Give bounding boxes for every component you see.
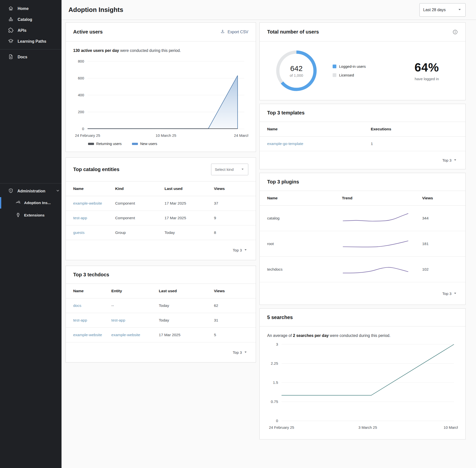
column-header: Name <box>66 284 111 298</box>
top-plugins-header: Top 3 plugins <box>260 173 465 191</box>
column-header: Last used <box>159 284 214 298</box>
percent-block: 64% have logged in <box>414 61 439 81</box>
export-csv-label: Export CSV <box>227 30 248 34</box>
sidebar-item-catalog[interactable]: Catalog <box>0 14 62 25</box>
svg-text:0: 0 <box>82 127 84 131</box>
analytics-icon <box>16 200 21 206</box>
cell-last-used: Today <box>164 225 214 240</box>
rows-count-select[interactable]: Top 3 <box>66 342 256 362</box>
table-row: techdocs 102 <box>260 257 465 282</box>
techdoc-link[interactable]: test-app <box>73 318 87 322</box>
sidebar-item-extensions[interactable]: Extensions <box>0 209 62 221</box>
sidebar-item-adoption-insights[interactable]: Adoption Ins... <box>0 197 62 209</box>
cell-kind: Component <box>115 196 164 211</box>
searches-body: An average of 2 searches per day were co… <box>260 326 465 439</box>
column-header: Last used <box>164 181 214 196</box>
svg-text:24 February 25: 24 February 25 <box>269 425 294 430</box>
document-icon <box>8 54 13 60</box>
searches-header: 5 searches <box>260 309 465 326</box>
caret-down-icon <box>244 350 247 355</box>
donut-center-label: 642 of 1,000 <box>276 50 317 91</box>
sidebar-item-learning-paths[interactable]: Learning Paths <box>0 36 62 47</box>
column-header: Views <box>214 181 256 196</box>
active-users-header: Active users Export CSV <box>66 23 256 41</box>
shield-icon <box>8 188 13 194</box>
active-users-card: Active users Export CSV 130 active users… <box>65 22 256 152</box>
rows-count-select[interactable]: Top 3 <box>66 240 256 260</box>
sidebar-item-label: Docs <box>18 55 27 59</box>
rows-count-label: Top 3 <box>442 158 451 162</box>
legend-swatch <box>132 143 138 145</box>
app-root: Home Catalog APIs Learning Paths Docs <box>0 0 476 468</box>
table-row: example-website Component 17 Mar 2025 37 <box>66 196 256 211</box>
sidebar-item-docs[interactable]: Docs <box>0 52 62 63</box>
chevron-down-icon <box>56 189 60 194</box>
kind-select-placeholder: Select kind <box>215 167 234 172</box>
caret-down-icon <box>457 7 462 13</box>
rows-count-select[interactable]: Top 3 <box>260 282 465 305</box>
sidebar-item-label: Learning Paths <box>18 39 46 44</box>
entity-link[interactable]: guests <box>73 230 85 235</box>
card-title: Top 3 techdocs <box>73 272 109 278</box>
legend-label: New users <box>140 142 157 146</box>
top-plugins-card: Top 3 plugins Name Trend Views catalog <box>259 173 466 305</box>
column-header: Trend <box>342 191 422 206</box>
svg-text:24 March 25: 24 March 25 <box>234 133 248 138</box>
rows-count-label: Top 3 <box>233 248 242 252</box>
total-users-header: Total number of users <box>260 23 465 41</box>
rows-count-select[interactable]: Top 3 <box>260 151 465 169</box>
entity-link[interactable]: example-website <box>111 333 140 337</box>
cell-views: 37 <box>214 196 256 211</box>
template-link[interactable]: example-go-template <box>267 142 303 146</box>
cell-views: 5 <box>214 328 256 342</box>
sidebar-item-administration[interactable]: Administration <box>0 186 62 197</box>
entity-link[interactable]: example-website <box>73 201 102 205</box>
sidebar-item-label: Adoption Ins... <box>24 201 51 205</box>
top-catalog-card: Top catalog entities Select kind Name Ki… <box>65 157 256 260</box>
cell-views: 8 <box>214 225 256 240</box>
export-csv-button[interactable]: Export CSV <box>220 29 248 35</box>
sidebar: Home Catalog APIs Learning Paths Docs <box>0 0 62 468</box>
svg-text:24 February 25: 24 February 25 <box>75 133 100 138</box>
sidebar-item-label: Home <box>18 6 29 11</box>
svg-text:10 March 25: 10 March 25 <box>444 425 458 430</box>
techdoc-link[interactable]: docs <box>73 303 81 308</box>
entity-link[interactable]: test-app <box>73 216 87 220</box>
left-column: Active users Export CSV 130 active users… <box>65 22 256 362</box>
svg-text:200: 200 <box>78 110 84 114</box>
active-users-body: 130 active users per day were conducted … <box>66 41 256 152</box>
trend-sparkline <box>342 262 409 277</box>
top-templates-table: Name Executions example-go-template 1 <box>260 122 465 151</box>
date-range-select[interactable]: Last 28 days <box>419 3 466 17</box>
plug-icon <box>16 212 21 218</box>
sidebar-item-home[interactable]: Home <box>0 3 62 14</box>
sidebar-item-apis[interactable]: APIs <box>0 25 62 36</box>
cell-plugin-name: root <box>260 231 342 257</box>
kind-select[interactable]: Select kind <box>211 164 248 175</box>
cell-kind: Group <box>115 225 164 240</box>
page-header: Adoption Insights Last 28 days <box>62 0 476 20</box>
table-row: guests Group Today 8 <box>66 225 256 240</box>
cell-last-used: 17 Mar 2025 <box>164 211 214 225</box>
svg-text:3 March 25: 3 March 25 <box>358 425 377 430</box>
rows-count-label: Top 3 <box>233 350 242 355</box>
cell-views: 181 <box>422 231 465 257</box>
dashboard-grid: Active users Export CSV 130 active users… <box>65 20 466 439</box>
sidebar-divider <box>0 183 62 183</box>
active-users-legend: Returning users New users <box>88 142 248 146</box>
table-row: root 181 <box>260 231 465 257</box>
top-techdocs-header: Top 3 techdocs <box>66 266 256 284</box>
svg-text:3: 3 <box>276 342 278 346</box>
column-header: Views <box>422 191 465 206</box>
legend-label: Logged-in users <box>339 64 366 69</box>
cell-views: 344 <box>422 206 465 231</box>
sidebar-item-label: Extensions <box>24 213 45 217</box>
searches-chart: 00.751.52.25324 February 253 March 2510 … <box>267 341 458 433</box>
cell-last-used: 17 Mar 2025 <box>159 328 214 342</box>
top-catalog-header: Top catalog entities Select kind <box>66 158 256 181</box>
svg-text:600: 600 <box>78 76 84 80</box>
techdoc-link[interactable]: example-website <box>73 333 102 337</box>
column-header: Name <box>260 122 371 137</box>
info-icon[interactable] <box>452 29 458 35</box>
entity-link[interactable]: test-app <box>111 318 125 322</box>
